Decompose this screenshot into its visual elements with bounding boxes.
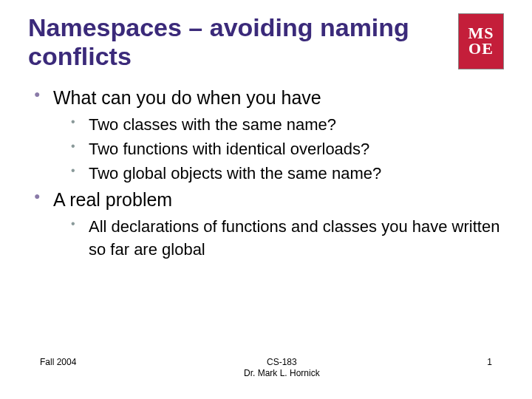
- sub-list: Two classes with the same name? Two func…: [53, 114, 504, 185]
- msoe-logo: MS OE: [458, 13, 504, 69]
- footer-left: Fall 2004: [40, 357, 76, 380]
- list-item: Two functions with identical overloads?: [71, 138, 504, 161]
- list-item: What can you do when you have Two classe…: [34, 86, 504, 185]
- list-item: A real problem All declarations of funct…: [34, 188, 504, 261]
- slide-content: What can you do when you have Two classe…: [28, 86, 504, 261]
- bullet-text: A real problem: [53, 189, 172, 210]
- footer-course: CS-183: [244, 357, 320, 369]
- footer-page-number: 1: [487, 357, 492, 380]
- title-row: Namespaces – avoiding naming conflicts M…: [28, 13, 504, 71]
- sub-list: All declarations of functions and classe…: [53, 216, 504, 262]
- bullet-text: What can you do when you have: [53, 87, 321, 108]
- list-item: Two global objects with the same name?: [71, 163, 504, 185]
- slide-footer: Fall 2004 CS-183 Dr. Mark L. Hornick 1: [0, 357, 532, 380]
- bullet-list: What can you do when you have Two classe…: [34, 86, 504, 261]
- slide: Namespaces – avoiding naming conflicts M…: [0, 0, 532, 399]
- footer-center: CS-183 Dr. Mark L. Hornick: [244, 357, 320, 380]
- logo-line2: OE: [468, 41, 494, 57]
- list-item: All declarations of functions and classe…: [71, 216, 504, 262]
- list-item: Two classes with the same name?: [71, 114, 504, 137]
- footer-author: Dr. Mark L. Hornick: [244, 368, 320, 380]
- slide-title: Namespaces – avoiding naming conflicts: [28, 13, 442, 71]
